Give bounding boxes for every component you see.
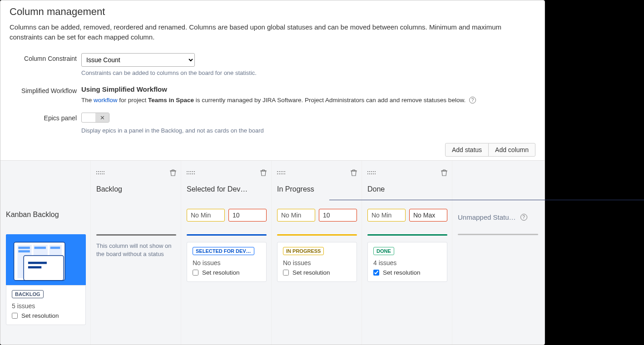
svg-rect-11 bbox=[28, 266, 41, 269]
svg-rect-10 bbox=[28, 262, 47, 264]
column-inprogress-resolution-checkbox[interactable] bbox=[283, 270, 289, 276]
drag-handle-icon[interactable] bbox=[187, 170, 195, 175]
column-inprogress-status-card[interactable]: IN PROGRESS No issues Set resolution bbox=[277, 242, 357, 282]
column-done-resolution-checkbox[interactable] bbox=[373, 270, 379, 276]
min-input[interactable]: No Min bbox=[277, 209, 315, 222]
workflow-description: The workflow for project Teams in Space … bbox=[81, 97, 535, 104]
toggle-on bbox=[82, 113, 95, 122]
workflow-desc-mid: for project bbox=[118, 97, 149, 104]
status-lozenge-selected: SELECTED FOR DEV… bbox=[193, 247, 254, 255]
column-backlog-title[interactable]: Backlog bbox=[96, 185, 176, 195]
column-inprogress-title[interactable]: In Progress bbox=[277, 185, 357, 195]
column-selected-issue-count: No issues bbox=[193, 259, 261, 266]
column-selected-constraints: No Min 10 bbox=[187, 209, 267, 222]
kanban-illustration bbox=[6, 234, 86, 285]
column-toolbar: Add status Add column bbox=[0, 143, 545, 160]
add-status-button[interactable]: Add status bbox=[445, 143, 489, 157]
app-frame: Column management Columns can be added, … bbox=[0, 0, 545, 345]
unmapped-title-text: Unmapped Statu… bbox=[458, 213, 516, 221]
kanban-backlog-title: Kanban Backlog bbox=[6, 211, 86, 221]
max-input[interactable]: 10 bbox=[228, 209, 267, 222]
svg-rect-8 bbox=[50, 247, 60, 249]
column-done-top bbox=[367, 168, 447, 177]
status-lozenge-backlog: BACKLOG bbox=[12, 290, 44, 298]
content-area: Column management Columns can be added, … bbox=[0, 0, 545, 134]
column-done: Done No Min No Max DONE 4 issues Set res… bbox=[362, 161, 452, 345]
column-constraint-field: Issue Count Constraints can be added to … bbox=[81, 53, 535, 76]
workflow-desc-prefix: The bbox=[81, 97, 94, 104]
column-constraint-label: Column Constraint bbox=[10, 53, 81, 62]
kanban-backlog-status-card[interactable]: BACKLOG 5 issues Set resolution bbox=[6, 285, 86, 325]
unmapped-underline bbox=[458, 234, 538, 235]
column-done-resolution-row: Set resolution bbox=[373, 269, 441, 276]
column-inprogress-constraints: No Min 10 bbox=[277, 209, 357, 222]
simplified-workflow-field: Using Simplified Workflow The workflow f… bbox=[81, 85, 535, 104]
svg-rect-5 bbox=[18, 247, 30, 249]
kanban-backlog-resolution-checkbox[interactable] bbox=[12, 313, 18, 319]
epics-panel-help: Display epics in a panel in the Backlog,… bbox=[81, 127, 535, 134]
column-inprogress-underline bbox=[277, 234, 357, 236]
kanban-backlog-issue-count: 5 issues bbox=[12, 302, 80, 310]
column-backlog-note: This column will not show on the board w… bbox=[96, 242, 176, 258]
kanban-backlog-resolution-row: Set resolution bbox=[12, 312, 80, 319]
status-lozenge-done: DONE bbox=[373, 247, 394, 255]
column-selected-resolution-row: Set resolution bbox=[193, 269, 261, 276]
column-backlog-top bbox=[96, 168, 176, 177]
column-done-issue-count: 4 issues bbox=[373, 259, 441, 266]
column-done-underline bbox=[367, 234, 447, 236]
column-done-resolution-label: Set resolution bbox=[383, 269, 421, 276]
page-title: Column management bbox=[10, 6, 535, 18]
trash-icon[interactable] bbox=[170, 169, 176, 176]
column-selected-top bbox=[187, 168, 267, 177]
column-selected-underline bbox=[187, 234, 267, 236]
close-icon: ✕ bbox=[100, 114, 105, 121]
simplified-workflow-row: Simplified Workflow Using Simplified Wor… bbox=[10, 85, 535, 104]
column-selected-for-dev: Selected for Dev… No Min 10 SELECTED FOR… bbox=[181, 161, 272, 345]
column-done-status-card[interactable]: DONE 4 issues Set resolution bbox=[367, 242, 447, 282]
min-input[interactable]: No Min bbox=[187, 209, 225, 222]
drag-handle-icon[interactable] bbox=[96, 170, 104, 175]
add-column-button[interactable]: Add column bbox=[488, 143, 535, 157]
column-constraint-row: Column Constraint Issue Count Constraint… bbox=[10, 53, 535, 76]
column-selected-status-card[interactable]: SELECTED FOR DEV… No issues Set resoluti… bbox=[187, 242, 267, 282]
trash-icon[interactable] bbox=[441, 169, 447, 176]
unmapped-title: Unmapped Statu… ? bbox=[458, 213, 538, 221]
svg-rect-6 bbox=[18, 251, 30, 253]
column-done-title[interactable]: Done bbox=[367, 185, 447, 195]
simplified-workflow-label: Simplified Workflow bbox=[10, 85, 81, 94]
workflow-project-name: Teams in Space bbox=[148, 97, 194, 104]
column-backlog-underline bbox=[96, 234, 176, 236]
status-lozenge-inprogress: IN PROGRESS bbox=[283, 247, 324, 255]
help-icon[interactable]: ? bbox=[520, 214, 527, 221]
trash-icon[interactable] bbox=[351, 169, 357, 176]
column-constraint-select[interactable]: Issue Count bbox=[81, 53, 195, 67]
drag-handle-icon[interactable] bbox=[367, 170, 376, 175]
column-in-progress: In Progress No Min 10 IN PROGRESS No iss… bbox=[272, 161, 362, 345]
column-selected-resolution-label: Set resolution bbox=[202, 269, 240, 276]
column-inprogress-resolution-label: Set resolution bbox=[292, 269, 330, 276]
epics-panel-toggle[interactable]: ✕ bbox=[81, 113, 109, 123]
column-inprogress-top bbox=[277, 168, 357, 177]
svg-rect-7 bbox=[35, 247, 46, 249]
workflow-link[interactable]: workflow bbox=[94, 97, 118, 104]
drag-handle-icon[interactable] bbox=[277, 170, 285, 175]
column-done-constraints: No Min No Max bbox=[367, 209, 447, 222]
toggle-off: ✕ bbox=[95, 113, 109, 122]
add-button-group: Add status Add column bbox=[445, 143, 535, 157]
max-input[interactable]: No Max bbox=[409, 209, 447, 222]
column-selected-resolution-checkbox[interactable] bbox=[193, 270, 198, 276]
trash-icon[interactable] bbox=[260, 169, 267, 176]
extension-line bbox=[329, 200, 644, 200]
epics-panel-field: ✕ Display epics in a panel in the Backlo… bbox=[81, 113, 535, 134]
page-description: Columns can be added, removed, reordered… bbox=[10, 22, 535, 42]
epics-panel-label: Epics panel bbox=[10, 113, 81, 122]
column-selected-title[interactable]: Selected for Dev… bbox=[187, 185, 267, 195]
workflow-status-text: Using Simplified Workflow bbox=[81, 85, 535, 93]
min-input[interactable]: No Min bbox=[367, 209, 406, 222]
kanban-backlog-resolution-label: Set resolution bbox=[21, 312, 59, 319]
workflow-desc-suffix: is currently managed by JIRA Software. P… bbox=[194, 97, 466, 104]
column-constraint-help: Constraints can be added to columns on t… bbox=[81, 69, 535, 76]
column-inprogress-resolution-row: Set resolution bbox=[283, 269, 351, 276]
max-input[interactable]: 10 bbox=[319, 209, 357, 222]
help-icon[interactable]: ? bbox=[469, 97, 476, 104]
